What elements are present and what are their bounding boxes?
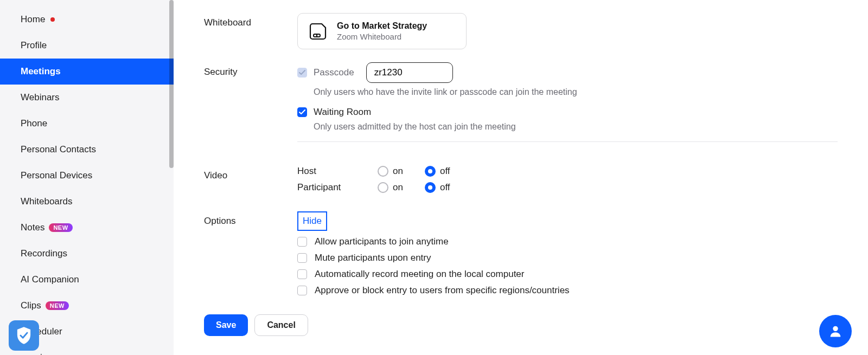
whiteboard-icon bbox=[309, 22, 327, 41]
passcode-label: Passcode bbox=[314, 67, 354, 78]
whiteboard-subtitle: Zoom Whiteboard bbox=[337, 32, 427, 41]
sidebar-item-ai-companion[interactable]: AI Companion bbox=[0, 267, 174, 293]
video-participant-label: Participant bbox=[297, 182, 356, 193]
video-label: Video bbox=[204, 166, 297, 181]
security-label: Security bbox=[204, 62, 297, 78]
passcode-checkbox[interactable] bbox=[297, 68, 307, 78]
options-row: Options Hide Allow participants to join … bbox=[204, 211, 838, 301]
option-label: Allow participants to join anytime bbox=[315, 236, 449, 247]
check-icon bbox=[299, 109, 305, 115]
new-badge: NEW bbox=[46, 301, 69, 310]
new-badge: NEW bbox=[49, 223, 72, 232]
sidebar-label: Recordings bbox=[21, 248, 67, 259]
sidebar-item-profile[interactable]: Profile bbox=[0, 33, 174, 59]
option-checkbox[interactable] bbox=[297, 237, 307, 247]
radio-on-label: on bbox=[393, 182, 403, 193]
option-regions-block: Approve or block entry to users from spe… bbox=[297, 285, 838, 296]
section-divider bbox=[297, 141, 838, 142]
sidebar-item-whiteboards[interactable]: Whiteboards bbox=[0, 189, 174, 215]
sidebar-label: Meetings bbox=[21, 66, 61, 77]
option-checkbox[interactable] bbox=[297, 269, 307, 279]
sidebar-label: Clips bbox=[21, 300, 41, 311]
check-icon bbox=[299, 70, 305, 75]
sidebar-item-phone[interactable]: Phone bbox=[0, 111, 174, 137]
radio-off-label: off bbox=[440, 166, 450, 177]
video-host-label: Host bbox=[297, 166, 356, 177]
option-label: Approve or block entry to users from spe… bbox=[315, 285, 570, 296]
video-host-on-radio[interactable] bbox=[378, 166, 388, 177]
option-label: Mute participants upon entry bbox=[315, 253, 431, 263]
sidebar-item-recordings[interactable]: Recordings bbox=[0, 241, 174, 267]
sidebar-item-personal-contacts[interactable]: Personal Contacts bbox=[0, 137, 174, 163]
option-mute-on-entry: Mute participants upon entry bbox=[297, 253, 838, 263]
sidebar-item-meetings[interactable]: Meetings bbox=[0, 59, 174, 85]
main-content: Whiteboard Go to Market Strategy Zoom Wh… bbox=[174, 0, 868, 355]
sidebar-item-webinars[interactable]: Webinars bbox=[0, 85, 174, 111]
options-hide-button[interactable]: Hide bbox=[297, 211, 327, 231]
person-icon bbox=[828, 324, 843, 339]
sidebar-item-personal-devices[interactable]: Personal Devices bbox=[0, 163, 174, 189]
sidebar-label: Notes bbox=[21, 222, 44, 233]
footer-buttons: Save Cancel bbox=[204, 314, 838, 336]
radio-off-label: off bbox=[440, 182, 450, 193]
option-allow-join-anytime: Allow participants to join anytime bbox=[297, 236, 838, 247]
sidebar-item-clips[interactable]: Clips NEW bbox=[0, 293, 174, 319]
video-row: Video Host on off Participant bbox=[204, 166, 838, 198]
cancel-button[interactable]: Cancel bbox=[254, 314, 308, 336]
waiting-room-help-text: Only users admitted by the host can join… bbox=[314, 122, 838, 132]
passcode-checkbox-row: Passcode bbox=[297, 62, 838, 83]
option-checkbox[interactable] bbox=[297, 286, 307, 295]
option-label: Automatically record meeting on the loca… bbox=[315, 269, 524, 280]
sidebar-scrollbar[interactable] bbox=[169, 0, 174, 168]
security-shield-button[interactable] bbox=[9, 320, 39, 351]
shield-icon bbox=[16, 326, 32, 345]
waiting-room-label: Waiting Room bbox=[314, 107, 371, 118]
radio-on-label: on bbox=[393, 166, 403, 177]
passcode-help-text: Only users who have the invite link or p… bbox=[314, 87, 838, 97]
svg-point-2 bbox=[833, 326, 838, 331]
notification-dot-icon bbox=[50, 17, 55, 22]
video-participant-on-radio[interactable] bbox=[378, 182, 388, 193]
sidebar-label: Whiteboards bbox=[21, 196, 72, 207]
sidebar-item-notes[interactable]: Notes NEW bbox=[0, 215, 174, 241]
sidebar: Home Profile Meetings Webinars Phone Per… bbox=[0, 0, 174, 355]
sidebar-label: Home bbox=[21, 14, 45, 25]
waiting-room-checkbox[interactable] bbox=[297, 107, 307, 117]
sidebar-label: ings bbox=[40, 352, 57, 355]
waiting-room-checkbox-row: Waiting Room bbox=[297, 107, 838, 118]
sidebar-label: Webinars bbox=[21, 92, 60, 103]
video-host-off-radio[interactable] bbox=[425, 166, 436, 177]
sidebar-label: Profile bbox=[21, 40, 47, 51]
video-host-row: Host on off bbox=[297, 166, 838, 177]
whiteboard-row: Whiteboard Go to Market Strategy Zoom Wh… bbox=[204, 13, 838, 49]
security-row: Security Passcode Only users who have th… bbox=[204, 62, 838, 158]
option-auto-record: Automatically record meeting on the loca… bbox=[297, 269, 838, 280]
sidebar-item-home[interactable]: Home bbox=[0, 7, 174, 33]
sidebar-label: Personal Contacts bbox=[21, 144, 96, 155]
video-participant-row: Participant on off bbox=[297, 182, 838, 193]
options-label: Options bbox=[204, 211, 297, 227]
whiteboard-label: Whiteboard bbox=[204, 13, 297, 28]
whiteboard-title: Go to Market Strategy bbox=[337, 21, 427, 31]
help-fab[interactable] bbox=[819, 315, 852, 347]
option-checkbox[interactable] bbox=[297, 253, 307, 263]
sidebar-label: Phone bbox=[21, 118, 47, 129]
sidebar-label: Personal Devices bbox=[21, 170, 92, 181]
sidebar-label: AI Companion bbox=[21, 274, 79, 285]
video-participant-off-radio[interactable] bbox=[425, 182, 436, 193]
whiteboard-card[interactable]: Go to Market Strategy Zoom Whiteboard bbox=[297, 13, 467, 49]
save-button[interactable]: Save bbox=[204, 314, 248, 336]
passcode-input[interactable] bbox=[366, 62, 453, 83]
